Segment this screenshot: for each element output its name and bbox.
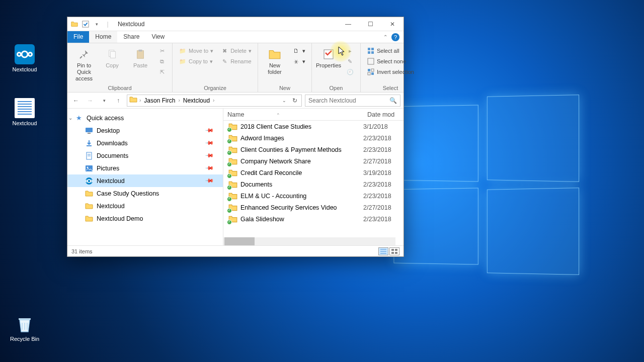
breadcrumb-item[interactable]: Jason Firch: [143, 97, 176, 104]
title-bar[interactable]: ▾ | Nextcloud — ☐ ✕: [67, 17, 404, 31]
tab-share[interactable]: Share: [117, 31, 145, 43]
collapse-icon[interactable]: ⌄: [68, 115, 74, 121]
chevron-right-icon[interactable]: ›: [178, 98, 180, 103]
recent-button[interactable]: ▾: [99, 95, 110, 106]
desktop[interactable]: Nextcloud Nextcloud Recycle Bin ▾ | Next…: [0, 0, 644, 362]
file-row[interactable]: Client Counties & Payment Methods2/23/20…: [223, 144, 404, 155]
nav-item-desktop[interactable]: Desktop📌: [67, 124, 223, 137]
column-header-name[interactable]: Name ⌃: [223, 111, 363, 118]
move-icon: 📁: [179, 47, 187, 55]
tab-file[interactable]: File: [67, 31, 89, 43]
file-row[interactable]: Enhanced Security Services Video2/27/201…: [223, 202, 404, 213]
search-icon[interactable]: 🔍: [389, 97, 397, 104]
details-view-button[interactable]: [378, 247, 388, 255]
svg-rect-13: [371, 51, 374, 54]
tab-home[interactable]: Home: [89, 31, 117, 43]
nav-item-documents[interactable]: Documents📌: [67, 149, 223, 162]
ribbon-group-new: New folder 🗋▾ ⚹▾ New: [258, 43, 312, 92]
search-box[interactable]: 🔍: [305, 95, 400, 107]
column-header-date[interactable]: Date mod: [363, 111, 404, 118]
sync-badge-icon: [227, 127, 232, 132]
pin-to-quick-access-button[interactable]: Pin to Quick access: [71, 45, 97, 82]
easy-access-button[interactable]: ⚹▾: [290, 57, 307, 66]
sync-badge-icon: [227, 208, 232, 213]
file-row[interactable]: Adword Images2/23/2018: [223, 132, 404, 144]
cut-button[interactable]: ✂: [156, 46, 168, 55]
svg-rect-24: [86, 165, 93, 171]
up-button[interactable]: ↑: [113, 95, 124, 106]
file-name: Client Counties & Payment Methods: [240, 146, 363, 153]
nav-item-pictures[interactable]: Pictures📌: [67, 162, 223, 174]
file-row[interactable]: Company Network Share2/27/2018: [223, 155, 404, 167]
maximize-button[interactable]: ☐: [359, 17, 381, 31]
horizontal-scrollbar[interactable]: [223, 237, 395, 245]
invert-selection-button[interactable]: Invert selection: [365, 67, 416, 76]
file-explorer-window: ▾ | Nextcloud — ☐ ✕ File Home Share View…: [67, 17, 404, 257]
address-dropdown-icon[interactable]: ⌄: [280, 98, 288, 103]
select-none-button[interactable]: Select none: [365, 57, 416, 66]
document-icon: [15, 98, 35, 118]
checkbox-icon[interactable]: [82, 20, 90, 28]
nav-item-downloads[interactable]: Downloads📌: [67, 137, 223, 149]
new-item-button[interactable]: 🗋▾: [290, 46, 307, 55]
svg-rect-36: [395, 252, 397, 254]
file-date: 3/19/2018: [363, 169, 404, 176]
search-input[interactable]: [308, 97, 389, 104]
help-icon[interactable]: ?: [391, 33, 399, 41]
rename-button[interactable]: ✎Rename: [218, 57, 254, 66]
file-row[interactable]: ELM & UC - Accounting2/23/2018: [223, 190, 404, 202]
back-button[interactable]: ←: [70, 95, 82, 106]
paste-button[interactable]: Paste: [128, 45, 153, 69]
svg-rect-19: [86, 128, 93, 132]
close-button[interactable]: ✕: [381, 17, 404, 31]
file-row[interactable]: Gala Slideshow2/23/2018: [223, 213, 404, 225]
pin-icon: 📌: [204, 163, 214, 173]
icons-view-button[interactable]: [389, 247, 399, 255]
nav-item-nextcloud[interactable]: Nextcloud📌: [67, 174, 223, 187]
breadcrumb-item[interactable]: Nextcloud: [182, 97, 211, 104]
dropdown-icon[interactable]: ▾: [93, 20, 101, 28]
folder-icon: [85, 214, 94, 223]
file-row[interactable]: Credit Card Reconcile3/19/2018: [223, 167, 404, 178]
sync-badge-icon: [227, 162, 232, 167]
desktop-icon-nextcloud-doc[interactable]: Nextcloud: [7, 98, 42, 126]
open-button[interactable]: ▸: [344, 46, 356, 55]
svg-rect-7: [137, 51, 144, 59]
select-all-button[interactable]: Select all: [365, 46, 416, 55]
desktop-icon-recycle-bin[interactable]: Recycle Bin: [7, 314, 42, 342]
nav-quick-access[interactable]: ⌄ ★ Quick access: [67, 112, 223, 124]
nav-item-nextcloud-demo[interactable]: Nextcloud Demo: [67, 212, 223, 225]
minimize-button[interactable]: —: [337, 17, 359, 31]
tab-view[interactable]: View: [145, 31, 171, 43]
forward-button[interactable]: →: [85, 95, 96, 106]
navigation-pane[interactable]: ⌄ ★ Quick access Desktop📌Downloads📌Docum…: [67, 109, 223, 245]
properties-button[interactable]: Properties: [316, 45, 341, 69]
file-list-pane[interactable]: Name ⌃ Date mod 2018 Client Case Studies…: [223, 109, 404, 245]
collapse-ribbon-icon[interactable]: ⌃: [383, 34, 387, 40]
nav-item-case-study-questions[interactable]: Case Study Questions: [67, 187, 223, 200]
nav-item-nextcloud[interactable]: Nextcloud: [67, 200, 223, 212]
delete-button[interactable]: ✖Delete ▾: [218, 46, 254, 55]
desktop-icon-label: Nextcloud: [7, 120, 42, 126]
file-name: Gala Slideshow: [240, 216, 363, 223]
paste-icon: [133, 47, 147, 61]
file-row[interactable]: Documents2/23/2018: [223, 178, 404, 190]
edit-icon: ✎: [346, 57, 354, 65]
move-to-button[interactable]: 📁Move to ▾: [177, 46, 215, 55]
history-button[interactable]: 🕘: [344, 67, 356, 76]
paste-shortcut-button[interactable]: ⇱: [156, 67, 168, 76]
edit-button[interactable]: ✎: [344, 57, 356, 66]
refresh-button[interactable]: ↻: [290, 97, 299, 104]
file-row[interactable]: 2018 Client Case Studies3/1/2018: [223, 121, 404, 132]
chevron-right-icon[interactable]: ›: [213, 98, 214, 103]
chevron-right-icon[interactable]: ›: [139, 98, 141, 103]
copy-button[interactable]: Copy: [100, 45, 125, 69]
history-icon: 🕘: [346, 68, 354, 76]
new-folder-icon: [268, 47, 282, 61]
copy-path-button[interactable]: ⧉: [156, 57, 168, 66]
address-box[interactable]: › Jason Firch › Nextcloud › ⌄ ↻: [127, 95, 302, 107]
file-name: Credit Card Reconcile: [240, 169, 363, 176]
desktop-icon-nextcloud-app[interactable]: Nextcloud: [7, 44, 42, 72]
new-folder-button[interactable]: New folder: [262, 45, 287, 75]
copy-to-button[interactable]: 📁Copy to ▾: [177, 57, 215, 66]
